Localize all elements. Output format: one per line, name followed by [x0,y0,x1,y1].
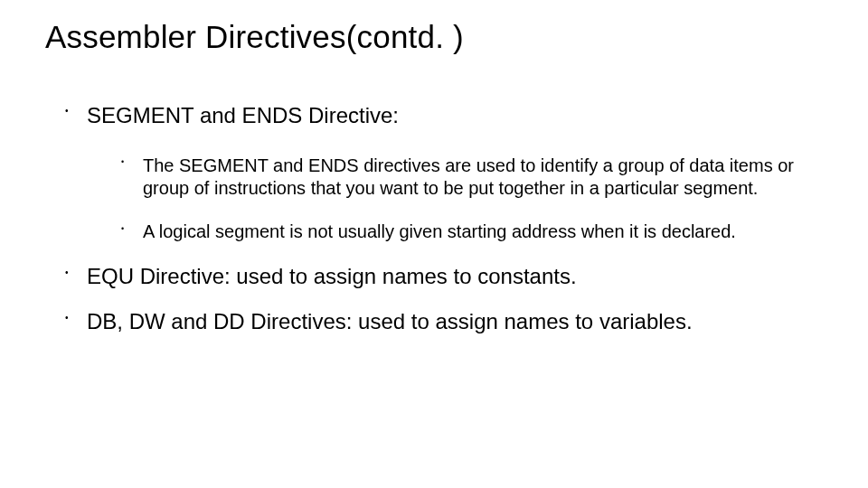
list-item: The SEGMENT and ENDS directives are used… [121,155,823,201]
bullet-text: SEGMENT and ENDS Directive: [87,103,399,127]
list-item: A logical segment is not usually given s… [121,221,823,244]
slide-title: Assembler Directives(contd. ) [45,20,823,55]
bullet-text: The SEGMENT and ENDS directives are used… [143,155,794,199]
slide: Assembler Directives(contd. ) SEGMENT an… [0,0,868,488]
list-item: SEGMENT and ENDS Directive: The SEGMENT … [65,102,823,244]
bullet-list-level2: The SEGMENT and ENDS directives are used… [121,155,823,244]
bullet-list-level1: SEGMENT and ENDS Directive: The SEGMENT … [65,102,823,336]
bullet-text: A logical segment is not usually given s… [143,221,736,241]
list-item: EQU Directive: used to assign names to c… [65,263,823,290]
list-item: DB, DW and DD Directives: used to assign… [65,308,823,335]
bullet-text: DB, DW and DD Directives: used to assign… [87,309,693,333]
bullet-text: EQU Directive: used to assign names to c… [87,264,577,288]
